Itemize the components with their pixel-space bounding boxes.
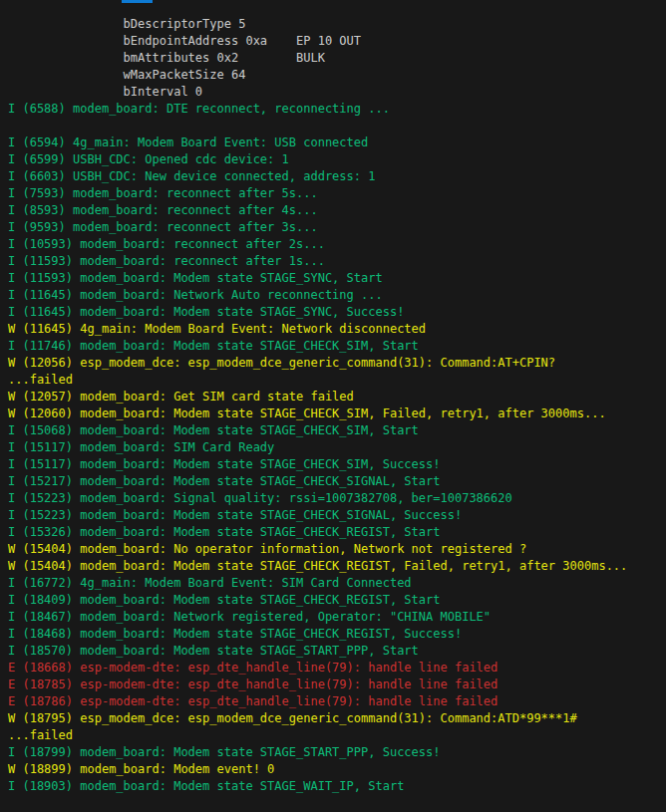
log-line: I (15217) modem_board: Modem state STAGE… [8,473,666,490]
log-line: I (15117) modem_board: SIM Card Ready [8,439,666,456]
log-line: I (15068) modem_board: Modem state STAGE… [8,422,666,439]
log-line: I (16772) 4g_main: Modem Board Event: SI… [8,575,666,592]
log-line: W (12057) modem_board: Get SIM card stat… [8,389,666,406]
log-line: I (11746) modem_board: Modem state STAGE… [8,338,666,355]
log-line: I (15326) modem_board: Modem state STAGE… [8,524,666,541]
log-line: W (15404) modem_board: No operator infor… [8,541,666,558]
log-line: bmAttributes 0x2 BULK [8,50,666,67]
log-line: I (10593) modem_board: reconnect after 2… [8,236,666,253]
log-line: ...failed [8,727,666,744]
log-line: I (8593) modem_board: reconnect after 4s… [8,202,666,219]
log-line [8,118,666,135]
log-line: E (18668) esp-modem-dte: esp_dte_handle_… [8,660,666,677]
log-line: ...failed [8,372,666,389]
log-line: W (15404) modem_board: Modem state STAGE… [8,558,666,575]
log-line: bEndpointAddress 0xa EP 10 OUT [8,33,666,50]
log-line: I (15223) modem_board: Signal quality: r… [8,490,666,507]
log-line: I (9593) modem_board: reconnect after 3s… [8,219,666,236]
log-line: I (6594) 4g_main: Modem Board Event: USB… [8,135,666,151]
log-line: E (18786) esp-modem-dte: esp_dte_handle_… [8,693,666,710]
log-line: E (18785) esp-modem-dte: esp_dte_handle_… [8,677,666,693]
terminal-log[interactable]: bDescriptorType 5 bEndpointAddress 0xa E… [0,0,666,812]
log-line: I (15117) modem_board: Modem state STAGE… [8,456,666,473]
log-line: I (18903) modem_board: Modem state STAGE… [8,778,666,795]
log-line: bDescriptorType 5 [8,16,666,33]
log-line: I (11593) modem_board: reconnect after 1… [8,253,666,270]
log-line: I (18467) modem_board: Network registere… [8,609,666,626]
vscode-terminal-panel: { "colors": { "background": "#181818", "… [0,0,666,812]
log-line: I (18570) modem_board: Modem state STAGE… [8,643,666,660]
log-line: bInterval 0 [8,84,666,101]
log-line: W (11645) 4g_main: Modem Board Event: Ne… [8,321,666,338]
log-line: I (6603) USBH_CDC: New device connected,… [8,168,666,185]
log-line: I (7593) modem_board: reconnect after 5s… [8,185,666,202]
log-line: W (18899) modem_board: Modem event! 0 [8,761,666,778]
log-line: I (6588) modem_board: DTE reconnect, rec… [8,101,666,118]
log-line: I (11645) modem_board: Network Auto reco… [8,287,666,304]
log-line: I (11645) modem_board: Modem state STAGE… [8,304,666,321]
log-line: I (11593) modem_board: Modem state STAGE… [8,270,666,287]
log-line: W (12056) esp_modem_dce: esp_modem_dce_g… [8,355,666,372]
log-line: I (18409) modem_board: Modem state STAGE… [8,592,666,609]
log-line: W (12060) modem_board: Modem state STAGE… [8,406,666,422]
log-line: W (18795) esp_modem_dce: esp_modem_dce_g… [8,710,666,727]
log-line: wMaxPacketSize 64 [8,67,666,84]
log-line: I (15223) modem_board: Modem state STAGE… [8,507,666,524]
log-line: I (6599) USBH_CDC: Opened cdc device: 1 [8,151,666,168]
log-line: I (18799) modem_board: Modem state STAGE… [8,744,666,761]
log-line: I (18468) modem_board: Modem state STAGE… [8,626,666,643]
